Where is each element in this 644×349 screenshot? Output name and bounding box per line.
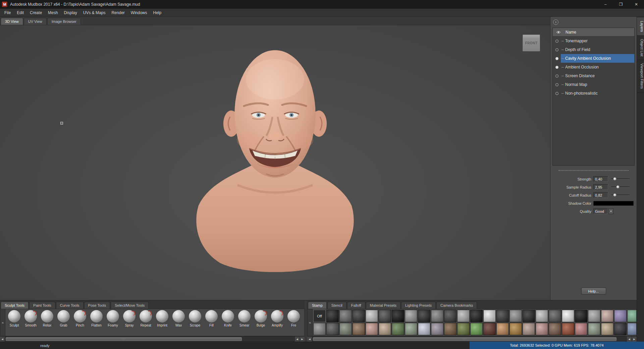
menu-help[interactable]: Help <box>150 9 165 16</box>
tab-lighting-presets[interactable]: Lighting Presets <box>401 302 436 309</box>
stamp-thumbnail[interactable] <box>509 323 522 335</box>
scroll-left-icon[interactable]: ◀ <box>0 337 5 342</box>
tab-uv-view[interactable]: UV View <box>24 18 47 25</box>
maximize-icon[interactable]: ❐ <box>613 0 629 9</box>
stamp-thumbnail[interactable] <box>353 310 365 322</box>
layer-row-ambient-occlusion[interactable]: Ambient Occlusion <box>553 63 634 71</box>
stamp-thumbnail[interactable] <box>470 323 483 335</box>
tool-pinch[interactable]: Pinch <box>72 310 88 327</box>
menu-file[interactable]: File <box>1 9 14 16</box>
layer-visibility-toggle[interactable] <box>553 40 561 43</box>
tab-select-move-tools[interactable]: Select/Move Tools <box>111 302 149 309</box>
slider-knob[interactable] <box>613 177 616 181</box>
panel-expand-icon[interactable]: › <box>553 19 558 25</box>
layer-visibility-toggle[interactable] <box>553 74 561 78</box>
stamp-thumbnail[interactable] <box>379 323 391 335</box>
layer-row-non-photorealistic[interactable]: Non-photorealistic <box>553 89 634 98</box>
stamp-thumbnail[interactable] <box>431 310 443 322</box>
sample-radius-input[interactable]: 2,95 <box>593 184 608 190</box>
cutoff-radius-input[interactable]: 0,82 <box>593 192 608 198</box>
stamp-thumbnail[interactable] <box>313 323 326 335</box>
tool-spray[interactable]: Spray <box>121 310 138 327</box>
tool-grab[interactable]: Grab <box>55 310 72 327</box>
stamp-thumbnail[interactable] <box>588 323 600 335</box>
menu-display[interactable]: Display <box>61 9 80 16</box>
tool-foamy[interactable]: Foamy <box>105 310 121 327</box>
scroll-right-icon[interactable]: ▶ <box>300 337 305 342</box>
stamp-thumbnail[interactable] <box>379 310 391 322</box>
layer-row-normal-map[interactable]: Normal Map <box>553 80 634 89</box>
tool-scrape[interactable]: Scrape <box>187 310 203 327</box>
stamp-thumbnail[interactable] <box>457 323 470 335</box>
tool-tray-scrollbar[interactable]: ◀ ∙∙∙ ◀ ▶ <box>0 336 305 342</box>
tab-stencil[interactable]: Stencil <box>327 302 346 309</box>
stamp-thumbnail[interactable] <box>366 310 378 322</box>
layer-visibility-toggle[interactable] <box>553 48 561 51</box>
tool-fill[interactable]: Fill <box>203 310 220 327</box>
tool-flatten[interactable]: Flatten <box>88 310 105 327</box>
stamp-thumbnail[interactable] <box>523 310 535 322</box>
stamp-thumbnail[interactable] <box>483 310 496 322</box>
layer-row-tonemapper[interactable]: Tonemapper <box>553 37 634 45</box>
stamp-thumbnail[interactable] <box>627 323 636 335</box>
scroll-right-icon[interactable]: ▶ <box>632 337 637 342</box>
view-cube[interactable]: FRONT <box>523 35 540 51</box>
scroll-thumb[interactable]: ∙∙∙ <box>6 337 242 341</box>
tab-sculpt-tools[interactable]: Sculpt Tools <box>1 302 29 309</box>
menu-windows[interactable]: Windows <box>128 9 150 16</box>
stamp-thumbnail[interactable] <box>339 323 352 335</box>
stamp-thumbnail[interactable] <box>549 310 561 322</box>
stamp-thumbnail[interactable] <box>405 310 417 322</box>
stamp-thumbnail[interactable] <box>562 323 574 335</box>
layer-row-cavity-ambient-occlusion[interactable]: Cavity Ambient Occlusion <box>553 54 634 63</box>
stamp-thumbnail[interactable] <box>575 310 587 322</box>
stamp-thumbnail[interactable] <box>392 323 404 335</box>
tool-wax[interactable]: Wax <box>170 310 187 327</box>
stamp-thumbnail[interactable] <box>627 310 636 322</box>
tool-relax[interactable]: Relax <box>39 310 55 327</box>
stamp-thumbnail[interactable] <box>549 323 561 335</box>
quality-select[interactable]: Good <box>593 208 608 214</box>
stamp-thumbnail[interactable] <box>366 323 378 335</box>
tab-3d-view[interactable]: 3D View <box>1 18 23 25</box>
stamp-thumbnail[interactable] <box>601 323 613 335</box>
close-icon[interactable]: ✕ <box>629 0 644 9</box>
stamp-thumbnail[interactable] <box>353 323 365 335</box>
menu-mesh[interactable]: Mesh <box>45 9 61 16</box>
tool-fre[interactable]: Fre <box>285 310 302 327</box>
stamp-thumbnail[interactable] <box>562 310 574 322</box>
tab-falloff[interactable]: Falloff <box>347 302 365 309</box>
layer-row-screen-distance[interactable]: Screen Distance <box>553 71 634 80</box>
layer-visibility-toggle[interactable] <box>553 83 561 86</box>
stamp-thumbnail[interactable] <box>405 323 417 335</box>
stamp-thumbnail[interactable] <box>614 323 627 335</box>
tab-camera-bookmarks[interactable]: Camera Bookmarks <box>436 302 477 309</box>
scroll-left-icon[interactable]: ◀ <box>627 337 632 342</box>
help-button[interactable]: Help... <box>581 288 606 295</box>
stamp-thumbnail[interactable] <box>588 310 600 322</box>
viewport-3d[interactable]: FRONT <box>0 25 550 300</box>
tool-knife[interactable]: Knife <box>220 310 236 327</box>
stamp-thumbnail[interactable] <box>536 323 548 335</box>
scroll-left-icon[interactable]: ◀ <box>294 337 300 342</box>
stamp-thumbnail[interactable] <box>326 310 339 322</box>
stamp-thumbnail[interactable] <box>470 310 483 322</box>
menu-render[interactable]: Render <box>108 9 127 16</box>
tool-sculpt[interactable]: Sculpt <box>6 310 22 327</box>
tab-stamp[interactable]: Stamp <box>308 302 327 309</box>
scroll-track[interactable]: ∙∙∙ <box>6 337 294 341</box>
tool-imprint[interactable]: Imprint <box>154 310 170 327</box>
tool-smear[interactable]: Smear <box>236 310 253 327</box>
stamp-off-button[interactable]: Off <box>313 310 326 322</box>
stamp-thumbnail[interactable] <box>457 310 470 322</box>
stamp-thumbnail[interactable] <box>392 310 404 322</box>
sample-radius-slider[interactable] <box>611 187 630 188</box>
tab-image-browser[interactable]: Image Browser <box>47 18 81 25</box>
tool-smooth[interactable]: Smooth <box>22 310 39 327</box>
stamp-thumbnail[interactable] <box>536 310 548 322</box>
stamp-thumbnail[interactable] <box>418 323 430 335</box>
scroll-left-icon[interactable]: ◀ <box>307 337 312 342</box>
layer-visibility-toggle[interactable] <box>553 66 561 69</box>
stamp-thumbnail[interactable] <box>418 310 430 322</box>
slider-knob[interactable] <box>613 193 616 197</box>
